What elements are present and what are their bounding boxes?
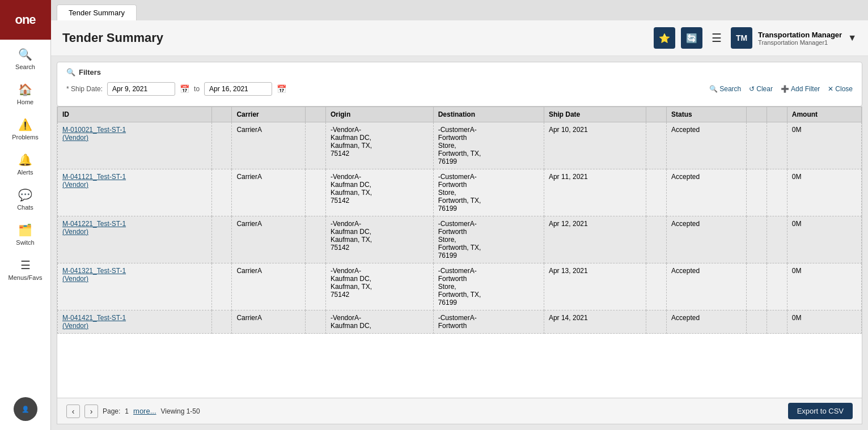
cell-status: Accepted	[667, 122, 747, 169]
user-role: Transportation Manager1	[758, 39, 842, 46]
cell-col8	[646, 216, 667, 263]
viewing-label: Viewing 1-50	[161, 407, 200, 415]
ship-date-label: * Ship Date:	[66, 85, 103, 93]
cell-destination: -CustomerA- Fortworth Store, Fortworth, …	[433, 169, 544, 216]
alerts-icon: 🔔	[18, 153, 32, 167]
sidebar-label-menus: Menus/Favs	[9, 274, 43, 281]
page-more-link[interactable]: more...	[133, 407, 156, 415]
home-icon: 🏠	[18, 83, 32, 96]
filter-search-icon: 🔍	[66, 68, 75, 76]
cell-ship-date: Apr 13, 2021	[544, 263, 646, 310]
calendar-from-icon[interactable]: 📅	[180, 84, 189, 93]
page-header: Tender Summary ⭐ 🔄 ☰ TM Transportation M…	[51, 20, 868, 56]
cell-origin: -VendorA- Kaufman DC, Kaufman, TX, 75142	[325, 122, 433, 169]
clear-filter-label: Clear	[756, 85, 773, 93]
sidebar-item-chats[interactable]: 💬 Chats	[0, 180, 50, 215]
cell-ship-date: Apr 14, 2021	[544, 310, 646, 334]
refresh-button[interactable]: 🔄	[681, 27, 702, 49]
add-filter-icon: ➕	[781, 85, 789, 93]
row-id-link[interactable]: M-041121_Test-ST-1	[62, 173, 126, 181]
cell-col2	[211, 310, 232, 334]
sidebar-item-alerts[interactable]: 🔔 Alerts	[0, 145, 50, 180]
row-id-link[interactable]: M-010021_Test-ST-1	[62, 126, 126, 134]
cell-col10	[747, 169, 767, 216]
cell-col2	[211, 169, 232, 216]
ship-date-to-input[interactable]	[204, 82, 272, 96]
close-filter-link[interactable]: ✕ Close	[828, 85, 853, 93]
cell-amount: 0M	[787, 216, 861, 263]
sidebar-label-home: Home	[17, 99, 33, 105]
table-container[interactable]: ID Carrier Origin Destination Ship Date …	[57, 107, 862, 398]
ship-date-from-input[interactable]	[107, 82, 175, 96]
sidebar-label-switch: Switch	[16, 239, 34, 246]
cell-origin: -VendorA- Kaufman DC, Kaufman, TX, 75142	[325, 263, 433, 310]
cell-carrier: CarrierA	[232, 169, 306, 216]
cell-origin: -VendorA- Kaufman DC, Kaufman, TX, 75142	[325, 216, 433, 263]
row-id-link[interactable]: M-041421_Test-ST-1	[62, 314, 126, 322]
table-row: M-010021_Test-ST-1(Vendor)CarrierA-Vendo…	[58, 122, 862, 169]
app-logo[interactable]: one	[0, 0, 51, 40]
col-amount: Amount	[787, 107, 861, 122]
cell-col2	[211, 122, 232, 169]
cell-origin: -VendorA- Kaufman DC, Kaufman, TX, 75142	[325, 169, 433, 216]
col-carrier: Carrier	[232, 107, 306, 122]
search-filter-link[interactable]: 🔍 Search	[709, 85, 741, 93]
filter-actions: 🔍 Search ↺ Clear ➕ Add Filter ✕ Close	[709, 85, 853, 93]
cell-amount: 0M	[787, 310, 861, 334]
sidebar-item-home[interactable]: 🏠 Home	[0, 75, 50, 110]
table-row: M-041421_Test-ST-1(Vendor)CarrierA-Vendo…	[58, 310, 862, 334]
tender-table: ID Carrier Origin Destination Ship Date …	[57, 107, 862, 334]
table-body: M-010021_Test-ST-1(Vendor)CarrierA-Vendo…	[58, 122, 862, 334]
filter-header: 🔍 Filters	[66, 68, 853, 76]
close-filter-icon: ✕	[828, 85, 833, 93]
cell-col11	[767, 216, 787, 263]
row-sub: (Vendor)	[62, 322, 88, 330]
star-button[interactable]: ⭐	[654, 27, 675, 49]
content-area: 🔍 Filters * Ship Date: 📅 to 📅 🔍 Search ↺	[51, 56, 868, 430]
sidebar-label-search: Search	[15, 63, 35, 70]
row-id-link[interactable]: M-041321_Test-ST-1	[62, 267, 126, 275]
cell-col10	[747, 216, 767, 263]
sidebar-item-search[interactable]: 🔍 Search	[0, 40, 50, 75]
cell-col8	[646, 169, 667, 216]
search-filter-icon: 🔍	[709, 85, 718, 93]
cell-id: M-010021_Test-ST-1(Vendor)	[58, 122, 212, 169]
tab-bar: Tender Summary	[51, 0, 868, 20]
cell-col11	[767, 310, 787, 334]
cell-col11	[767, 122, 787, 169]
user-avatar: TM	[731, 27, 752, 49]
sidebar-label-problems: Problems	[12, 134, 38, 141]
cell-col8	[646, 263, 667, 310]
col-4	[306, 107, 326, 122]
row-sub: (Vendor)	[62, 181, 88, 189]
cell-id: M-041421_Test-ST-1(Vendor)	[58, 310, 212, 334]
add-filter-link[interactable]: ➕ Add Filter	[781, 85, 820, 93]
col-destination: Destination	[433, 107, 544, 122]
cell-col10	[747, 122, 767, 169]
cell-ship-date: Apr 11, 2021	[544, 169, 646, 216]
cell-ship-date: Apr 12, 2021	[544, 216, 646, 263]
page-title: Tender Summary	[62, 31, 163, 45]
export-csv-button[interactable]: Export to CSV	[788, 403, 853, 419]
cell-status: Accepted	[667, 310, 747, 334]
table-row: M-041221_Test-ST-1(Vendor)CarrierA-Vendo…	[58, 216, 862, 263]
prev-page-button[interactable]: ‹	[66, 405, 80, 418]
sidebar-item-switch[interactable]: 🗂️ Switch	[0, 215, 50, 250]
row-sub: (Vendor)	[62, 228, 88, 236]
tab-tender-summary[interactable]: Tender Summary	[57, 5, 137, 20]
sidebar-item-problems[interactable]: ⚠️ Problems	[0, 110, 50, 145]
cell-id: M-041221_Test-ST-1(Vendor)	[58, 216, 212, 263]
clear-filter-link[interactable]: ↺ Clear	[749, 85, 773, 93]
row-id-link[interactable]: M-041221_Test-ST-1	[62, 220, 126, 228]
menus-icon: ☰	[20, 258, 31, 272]
next-page-button[interactable]: ›	[84, 405, 98, 418]
user-dropdown-button[interactable]: ▼	[848, 33, 857, 43]
cell-status: Accepted	[667, 263, 747, 310]
calendar-to-icon[interactable]: 📅	[277, 84, 286, 93]
menu-button[interactable]: ☰	[708, 31, 725, 45]
col-ship-date: Ship Date	[544, 107, 646, 122]
add-filter-label: Add Filter	[791, 85, 820, 93]
sidebar-item-menus[interactable]: ☰ Menus/Favs	[0, 250, 50, 286]
user-avatar-bottom[interactable]: 👤	[14, 397, 37, 421]
cell-ship-date: Apr 10, 2021	[544, 122, 646, 169]
